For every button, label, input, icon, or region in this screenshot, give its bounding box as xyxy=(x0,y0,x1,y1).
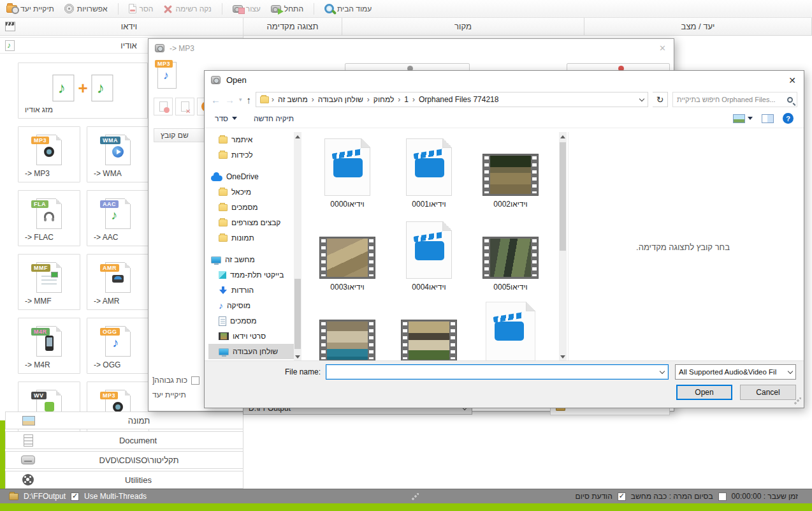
nav-item-music[interactable]: ♪מוסיקה xyxy=(208,298,294,313)
toolbar-separator xyxy=(222,3,222,15)
nav-item-folder[interactable]: קבצים מצורפים xyxy=(208,215,294,230)
mp3-dialog-titlebar[interactable]: -> MP3 ✕ xyxy=(149,39,674,57)
sidebar-section-rom-device[interactable]: DVD\CD\ISO\תקליטור xyxy=(5,451,243,469)
card-to-aac[interactable]: AAC♪ -> AAC xyxy=(87,190,149,246)
quality-checkbox[interactable] xyxy=(191,376,199,385)
video-file-icon xyxy=(324,138,370,196)
multithread-checkbox[interactable] xyxy=(71,492,79,501)
folder-icon xyxy=(219,152,228,159)
flac-file-icon: FLA xyxy=(36,198,62,229)
file-type-select[interactable]: All Supported Audio&Video Fil xyxy=(675,364,796,380)
scroll-down-icon[interactable] xyxy=(560,355,565,359)
remove-file-button[interactable] xyxy=(154,98,173,115)
finish-message-checkbox[interactable] xyxy=(618,492,626,501)
organize-menu[interactable]: סדר xyxy=(215,114,228,123)
nav-pane-scrollbar[interactable] xyxy=(294,132,301,362)
nav-item-onedrive[interactable]: OneDrive xyxy=(208,169,294,184)
nav-item-folder[interactable]: מיכאל xyxy=(208,184,294,200)
open-dialog-titlebar[interactable]: Open ✕ xyxy=(205,71,804,89)
sidebar-section-image[interactable]: תמונה xyxy=(5,411,243,429)
clear-files-button[interactable] xyxy=(175,98,194,115)
nav-item-desktop-selected[interactable]: שולחן העבודה xyxy=(208,344,294,359)
file-grid-scrollbar[interactable] xyxy=(559,132,567,362)
card-to-mmf[interactable]: MMF -> MMF xyxy=(18,254,80,310)
up-arrow-icon[interactable]: ↑ xyxy=(247,95,252,105)
file-name: וידיאו0002 xyxy=(493,200,527,209)
help-icon[interactable]: ? xyxy=(783,113,794,124)
file-name-input[interactable] xyxy=(326,364,669,380)
card-to-ogg[interactable]: OGG♪ -> OGG xyxy=(87,318,149,374)
views-button[interactable] xyxy=(733,114,753,123)
nav-item-downloads[interactable]: הורדות xyxy=(208,283,294,298)
file-item[interactable]: וידיאו0005 xyxy=(470,215,551,298)
mp3-close-icon[interactable]: ✕ xyxy=(659,43,666,53)
card-to-flac[interactable]: FLA -> FLAC xyxy=(18,190,80,246)
card-to-wma[interactable]: WMA -> WMA xyxy=(87,126,149,182)
output-path[interactable]: D:\FFOutput xyxy=(24,492,66,501)
sidebar-section-video[interactable]: וידאו xyxy=(0,18,243,36)
breadcrumb-folder[interactable]: 1 xyxy=(403,95,410,104)
breadcrumb[interactable]: › מחשב זה › שולחן העבודה › למחוק › 1 › O… xyxy=(256,92,648,107)
breadcrumb-current-folder[interactable]: Orphaned Files 774218 xyxy=(417,95,500,104)
scrollbar-thumb[interactable] xyxy=(294,279,301,349)
nav-item-3d-objects[interactable]: בייקטי תלת-ממד xyxy=(208,267,294,283)
onedrive-cloud-icon xyxy=(211,175,222,181)
toolbar-target-folder-button[interactable]: תיקיית יעד xyxy=(6,4,54,13)
nav-item-documents[interactable]: מסמכים xyxy=(208,313,294,329)
toolbar-start-button[interactable]: התחל xyxy=(271,4,303,13)
sidebar-section-utilities[interactable]: Utilities xyxy=(5,471,243,489)
file-item[interactable]: וידיאו0002 xyxy=(470,132,551,215)
toolbar-options-button[interactable]: אפשרויות xyxy=(64,4,108,13)
queue-header-target-state[interactable]: יעד / מצב xyxy=(584,18,812,36)
open-button[interactable]: Open xyxy=(676,385,732,400)
nav-item-this-pc[interactable]: מחשב זה xyxy=(208,252,294,267)
sidebar-section-document[interactable]: Document xyxy=(5,431,243,449)
history-chevron-icon[interactable]: ▾ xyxy=(239,97,242,103)
card-to-m4r[interactable]: M4R -> M4R xyxy=(18,318,80,374)
scroll-up-icon[interactable] xyxy=(295,135,300,138)
toolbar-clear-list-button[interactable]: נקה רשימה xyxy=(163,4,211,13)
nav-item-folder[interactable]: איתמר xyxy=(208,132,294,147)
back-arrow-icon[interactable]: ← xyxy=(211,95,221,105)
toolbar-stop-button[interactable]: עצור xyxy=(233,4,261,13)
nav-item-folder[interactable]: תמונות xyxy=(208,230,294,246)
3d-objects-icon xyxy=(219,271,226,279)
card-to-mp3[interactable]: MP3 -> MP3 xyxy=(18,126,80,182)
breadcrumb-folder[interactable]: למחוק xyxy=(372,95,395,104)
statusbar-resize-grip[interactable] xyxy=(411,493,419,501)
queue-header-preview[interactable]: תצוגה מקדימה xyxy=(243,18,342,36)
search-input[interactable]: חיפוש בתיקיית Orphaned Files... xyxy=(672,92,797,107)
aac-file-icon: AAC♪ xyxy=(105,198,131,229)
scroll-up-icon[interactable] xyxy=(560,135,565,138)
open-close-icon[interactable]: ✕ xyxy=(788,75,796,85)
card-audio-merge[interactable]: + מזג אודיו xyxy=(18,63,148,119)
forward-arrow-icon[interactable]: → xyxy=(225,95,235,105)
folder-icon xyxy=(219,219,228,226)
amr-file-icon: AMR xyxy=(105,262,131,293)
file-item[interactable]: וידיאו0003 xyxy=(307,215,388,298)
shutdown-checkbox[interactable] xyxy=(718,492,727,501)
refresh-button[interactable]: ↻ xyxy=(653,92,668,107)
queue-header-source[interactable]: מקור xyxy=(342,18,584,36)
dialog-resize-grip[interactable] xyxy=(794,397,801,405)
breadcrumb-this-pc[interactable]: מחשב זה xyxy=(277,95,309,104)
toolbar-remove-button[interactable]: הסר xyxy=(129,4,154,13)
card-to-amr[interactable]: AMR -> AMR xyxy=(87,254,149,310)
wma-file-icon: WMA xyxy=(105,135,131,165)
new-folder-button[interactable]: תיקיה חדשה xyxy=(254,114,294,123)
toolbar-home-button[interactable]: עמוד הבית xyxy=(324,4,372,13)
address-dropdown-chevron-icon[interactable] xyxy=(639,96,644,101)
cancel-button[interactable]: Cancel xyxy=(740,385,796,400)
preview-pane-icon[interactable] xyxy=(762,114,774,123)
nav-item-folder[interactable]: מסמכים xyxy=(208,200,294,215)
app-camera-icon xyxy=(155,44,164,52)
scroll-down-icon[interactable] xyxy=(295,355,300,359)
file-item[interactable]: וידיאו0000 xyxy=(307,132,388,215)
scrollbar-thumb[interactable] xyxy=(560,142,566,251)
file-item[interactable]: וידיאו0004 xyxy=(388,215,470,298)
nav-item-folder[interactable]: לכידות xyxy=(208,147,294,163)
breadcrumb-desktop[interactable]: שולחן העבודה xyxy=(317,95,365,104)
nav-item-videos[interactable]: סרטי וידאו xyxy=(208,329,294,344)
file-item[interactable]: וידיאו0001 xyxy=(388,132,470,215)
start-icon xyxy=(271,5,281,13)
